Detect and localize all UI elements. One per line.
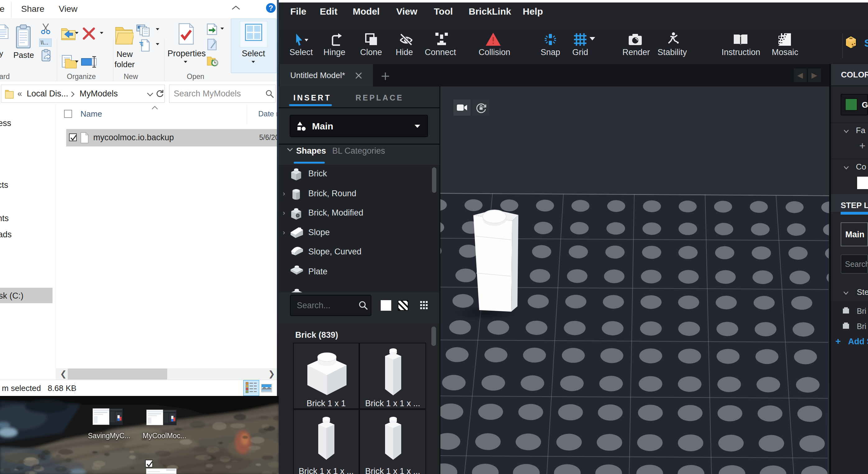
svg-text:\\...: \\... <box>40 39 49 46</box>
